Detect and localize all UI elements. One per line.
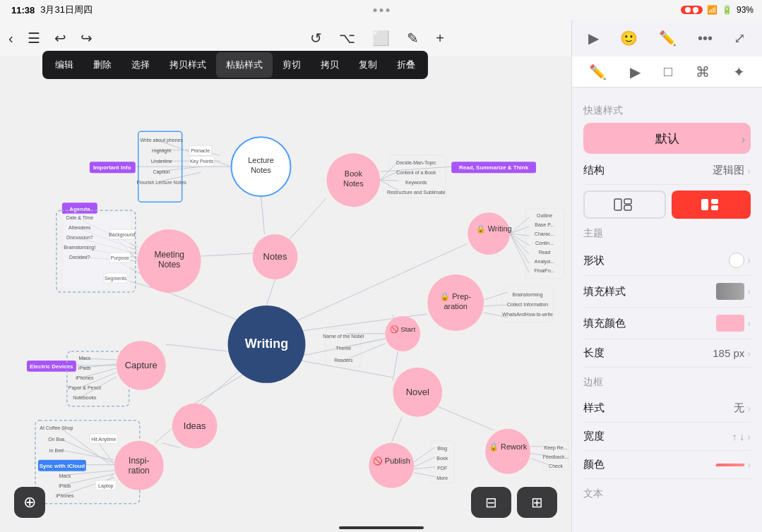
svg-text:Paper & Pencil: Paper & Pencil — [69, 385, 102, 391]
meeting-notes-node — [138, 229, 201, 293]
frame-icon[interactable]: ⌥ — [339, 30, 355, 47]
canvas-controls: ⊟ ⊞ — [471, 487, 557, 518]
svg-text:Theme: Theme — [336, 346, 352, 351]
svg-text:Keep Re...: Keep Re... — [544, 445, 568, 451]
panel-play-icon[interactable]: ▶ — [585, 27, 602, 49]
select-icon[interactable]: ⬜ — [372, 30, 390, 47]
svg-text:Sync with iCloud: Sync with iCloud — [40, 463, 85, 469]
insert-icon: ⊞ — [531, 494, 543, 511]
tab-shape[interactable]: □ — [658, 61, 678, 83]
svg-text:Background: Background — [109, 232, 135, 238]
svg-text:Book: Book — [436, 456, 448, 461]
svg-text:Name of the Nobel: Name of the Nobel — [323, 334, 364, 339]
connect-button[interactable]: ⊟ — [471, 487, 511, 518]
insert-button[interactable]: ⊞ — [517, 487, 557, 518]
svg-line-0 — [267, 279, 275, 306]
canvas-area[interactable]: Agenda Date & Time Attendees Discussion?… — [0, 56, 571, 532]
list-button[interactable]: ☰ — [28, 30, 40, 47]
layers-button[interactable]: ⊕ — [14, 487, 45, 518]
svg-line-60 — [162, 443, 181, 448]
svg-rect-172 — [614, 199, 621, 210]
svg-line-21 — [510, 234, 529, 263]
border-width-chevron: › — [747, 431, 751, 442]
fill-color-row: 填充颜色 › — [583, 308, 751, 339]
cm-copy-style[interactable]: 拷贝样式 — [160, 52, 216, 78]
shape-value[interactable]: › — [729, 253, 751, 268]
svg-text:Base P...: Base P... — [535, 222, 554, 227]
svg-text:WhatsAndHow-to-write: WhatsAndHow-to-write — [502, 312, 553, 317]
text-label: 文本 — [583, 488, 751, 500]
struct-btn-filled[interactable] — [672, 191, 751, 219]
undo-button[interactable]: ↩ — [54, 30, 66, 47]
cm-edit[interactable]: 编辑 — [45, 52, 83, 78]
back-button[interactable]: ‹ — [8, 30, 13, 47]
tab-play[interactable]: ▶ — [624, 61, 646, 83]
svg-rect-174 — [624, 205, 631, 210]
fill-style-label: 填充样式 — [583, 285, 626, 298]
panel-emoji-icon[interactable]: 🙂 — [617, 27, 641, 49]
cm-duplicate[interactable]: 复制 — [349, 52, 387, 78]
panel-expand-icon[interactable]: ⤢ — [731, 27, 749, 49]
svg-line-24 — [484, 305, 508, 306]
shape-circle — [729, 253, 744, 268]
svg-rect-176 — [711, 199, 718, 204]
svg-line-12 — [391, 417, 402, 443]
quick-style-button[interactable]: 默认 — [583, 123, 751, 154]
battery-icon: 🔋 — [722, 5, 732, 15]
panel-tabs: ✏️ ▶ □ ⌘ ✦ — [572, 56, 762, 87]
svg-line-13 — [437, 406, 494, 430]
panel-more-icon[interactable]: ••• — [695, 28, 715, 49]
cm-paste-style[interactable]: 粘贴样式 — [216, 52, 273, 78]
rotate-icon[interactable]: ↺ — [310, 30, 322, 47]
record-button[interactable]: ● — [681, 6, 703, 14]
wifi-icon: 📶 — [707, 5, 718, 15]
svg-text:Read, Summarize & Think: Read, Summarize & Think — [459, 164, 529, 171]
fill-color-value[interactable]: › — [716, 315, 751, 332]
border-width-value[interactable]: ↑ ↓ › — [732, 431, 751, 442]
svg-text:Brainstorming!: Brainstorming! — [64, 245, 95, 250]
status-date: 3月31日周四 — [40, 4, 93, 16]
lecture-notes-node — [232, 137, 291, 196]
svg-text:Segments: Segments — [105, 276, 127, 282]
structure-label: 结构 — [583, 164, 605, 177]
border-color-label: 颜色 — [583, 458, 605, 471]
svg-rect-173 — [624, 199, 631, 204]
svg-line-3 — [195, 370, 251, 404]
svg-line-31 — [414, 447, 435, 462]
length-value[interactable]: 185 px › — [713, 347, 751, 359]
tab-structure[interactable]: ⌘ — [690, 61, 715, 83]
tab-style[interactable]: ✦ — [727, 61, 751, 83]
border-color-value[interactable]: › — [716, 459, 751, 471]
svg-text:More: More — [436, 476, 448, 480]
svg-text:Hit Anytime: Hit Anytime — [91, 437, 116, 442]
svg-text:Decide-Man-Topic: Decide-Man-Topic — [396, 160, 436, 166]
fill-style-value[interactable]: › — [716, 283, 751, 300]
svg-text:Notebooks: Notebooks — [73, 395, 97, 400]
structure-value[interactable]: 逻辑图 › — [713, 164, 751, 177]
cm-collapse[interactable]: 折叠 — [387, 52, 425, 78]
struct-btn-outline[interactable] — [583, 191, 666, 219]
cm-select[interactable]: 选择 — [121, 52, 160, 78]
quick-style-label: 快速样式 — [583, 104, 751, 117]
border-color-chevron: › — [747, 459, 751, 471]
svg-rect-177 — [711, 205, 718, 210]
structure-chevron: › — [747, 165, 751, 176]
tab-pen[interactable]: ✏️ — [583, 61, 612, 83]
border-style-row: 样式 无 › — [583, 394, 751, 423]
ideas-node — [172, 404, 218, 449]
svg-line-11 — [201, 253, 253, 256]
cm-delete[interactable]: 删除 — [83, 52, 121, 78]
cm-cut[interactable]: 剪切 — [273, 52, 311, 78]
redo-button[interactable]: ↪ — [81, 30, 93, 47]
svg-line-61 — [60, 450, 114, 460]
svg-line-37 — [530, 459, 549, 465]
svg-text:Flourish Lecture Notes: Flourish Lecture Notes — [137, 180, 187, 185]
add-icon[interactable]: + — [436, 30, 444, 47]
edit-icon[interactable]: ✎ — [407, 30, 419, 47]
battery-percent: 93% — [737, 5, 754, 15]
border-style-value[interactable]: 无 › — [734, 401, 751, 415]
cm-copy[interactable]: 拷贝 — [311, 52, 349, 78]
panel-pen-icon[interactable]: ✏️ — [656, 27, 679, 49]
layers-icon: ⊕ — [23, 493, 36, 512]
svg-line-20 — [510, 234, 529, 254]
